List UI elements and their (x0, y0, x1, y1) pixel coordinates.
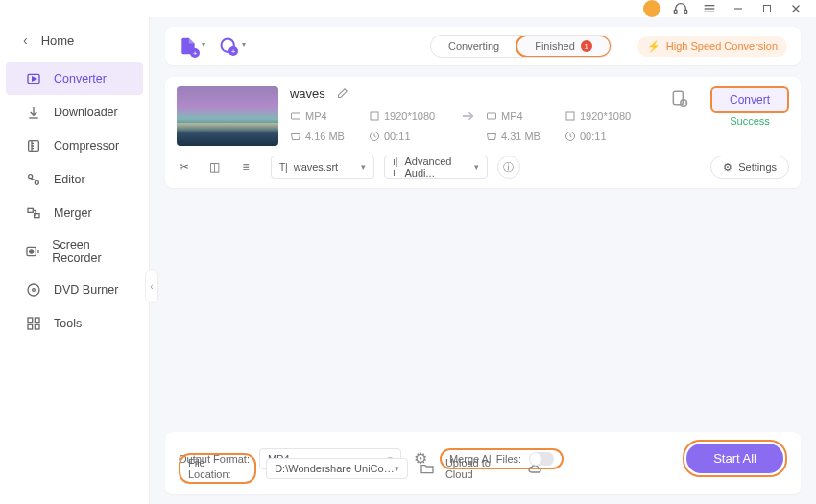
sidebar-item-label: DVD Burner (54, 283, 118, 297)
source-size: 4.16 MB (305, 131, 345, 142)
merger-icon (25, 204, 42, 222)
sidebar-item-tools[interactable]: Tools (6, 307, 143, 340)
svg-point-19 (33, 289, 36, 292)
file-location-dropdown[interactable]: D:\Wondershare UniConverter 1▾ (266, 458, 408, 479)
svg-point-17 (30, 250, 34, 253)
sidebar-item-label: Screen Recorder (52, 238, 133, 265)
svg-rect-14 (28, 208, 33, 212)
recorder-icon (25, 243, 40, 260)
sidebar-item-label: Merger (54, 206, 92, 220)
svg-rect-20 (28, 318, 33, 323)
sidebar-item-converter[interactable]: Converter (6, 62, 143, 95)
user-avatar-icon[interactable] (643, 0, 660, 17)
chevron-down-icon: ▾ (474, 162, 479, 172)
svg-rect-23 (35, 324, 39, 329)
menu-icon[interactable] (701, 0, 718, 17)
crop-icon[interactable]: ◫ (207, 160, 223, 174)
tab-converting[interactable]: Converting (431, 36, 516, 57)
upload-cloud-label: Upload to Cloud (445, 457, 516, 480)
sidebar: ‹ Home Converter Downloader Compressor E… (0, 17, 150, 504)
file-name: waves (290, 86, 325, 101)
bolt-icon: ⚡ (647, 40, 660, 53)
add-file-button[interactable]: +▾ (179, 36, 198, 56)
start-all-button[interactable]: Start All (686, 444, 783, 473)
dvd-icon (25, 281, 42, 299)
audio-dropdown[interactable]: ı|ı Advanced Audi... ▾ (384, 156, 488, 179)
sidebar-item-merger[interactable]: Merger (6, 197, 143, 229)
downloader-icon (25, 104, 42, 121)
top-toolbar: +▾ +▾ Converting Finished1 ⚡ High Speed … (165, 27, 801, 65)
sidebar-item-label: Tools (54, 317, 82, 330)
sidebar-item-label: Compressor (54, 139, 119, 153)
info-icon[interactable]: ⓘ (497, 156, 520, 179)
chevron-left-icon: ‹ (23, 33, 28, 48)
status-text: Success (730, 115, 770, 127)
finished-count-badge: 1 (581, 40, 592, 52)
file-card: waves MP4 1920*1080 ➔ MP4 1920*1080 4.16… (165, 77, 801, 188)
status-tabs: Converting Finished1 (430, 35, 612, 58)
source-duration: 00:11 (384, 131, 411, 142)
footer-bar: Output Format: MP4▾ ⚙ Merge All Files: S… (165, 432, 801, 494)
source-format: MP4 (305, 110, 327, 122)
sidebar-item-dvd[interactable]: DVD Burner (6, 274, 143, 306)
sidebar-item-label: Downloader (54, 106, 118, 119)
subtitle-dropdown[interactable]: T| waves.srt ▾ (271, 156, 374, 179)
home-link[interactable]: ‹ Home (0, 25, 149, 61)
file-location-label: File Location: (179, 453, 256, 484)
add-url-button[interactable]: +▾ (219, 36, 238, 56)
svg-rect-22 (28, 324, 33, 329)
sidebar-item-label: Converter (54, 72, 107, 85)
merge-toggle[interactable] (529, 452, 554, 466)
trim-icon[interactable]: ✂ (177, 160, 192, 174)
editor-icon (25, 171, 42, 188)
svg-rect-28 (566, 112, 574, 120)
convert-button[interactable]: Convert (710, 86, 789, 113)
chevron-down-icon: ▾ (361, 162, 366, 172)
chevron-down-icon: ▾ (242, 40, 246, 49)
list-icon[interactable]: ≡ (238, 160, 253, 174)
sidebar-collapse-handle[interactable]: ‹ (145, 269, 158, 303)
file-settings-button[interactable]: ⚙ Settings (710, 156, 789, 179)
svg-rect-25 (291, 113, 300, 119)
converter-icon (25, 70, 42, 87)
svg-rect-0 (674, 10, 677, 13)
svg-marker-10 (33, 77, 36, 81)
minimize-button[interactable] (730, 0, 747, 17)
sidebar-item-downloader[interactable]: Downloader (6, 96, 143, 129)
compressor-icon (25, 137, 42, 155)
maximize-button[interactable] (758, 0, 776, 17)
audio-icon: ı|ı (393, 156, 399, 178)
target-duration: 00:11 (580, 131, 607, 142)
svg-rect-26 (371, 112, 378, 120)
close-button[interactable] (787, 0, 804, 17)
svg-point-18 (28, 284, 39, 296)
chevron-down-icon: ▾ (202, 40, 205, 49)
sidebar-item-recorder[interactable]: Screen Recorder (6, 230, 143, 273)
svg-rect-1 (684, 10, 687, 13)
home-label: Home (41, 34, 75, 48)
svg-rect-21 (35, 318, 39, 323)
window-titlebar (0, 0, 816, 17)
edit-name-icon[interactable] (335, 87, 348, 101)
output-settings-icon[interactable] (668, 86, 691, 109)
main-panel: +▾ +▾ Converting Finished1 ⚡ High Speed … (150, 17, 816, 504)
start-all-highlight: Start All (683, 440, 787, 477)
svg-point-13 (35, 180, 38, 184)
video-thumbnail[interactable] (177, 86, 278, 146)
target-format: MP4 (501, 110, 523, 122)
sidebar-item-compressor[interactable]: Compressor (6, 130, 143, 162)
high-speed-toggle[interactable]: ⚡ High Speed Conversion (637, 36, 787, 57)
headset-icon[interactable] (672, 0, 689, 17)
svg-point-12 (29, 175, 33, 179)
sidebar-item-label: Editor (54, 173, 85, 186)
chevron-down-icon: ▾ (395, 464, 399, 473)
open-folder-icon[interactable] (418, 459, 436, 478)
subtitle-icon: T| (279, 162, 288, 173)
target-resolution: 1920*1080 (580, 110, 631, 122)
target-size: 4.31 MB (501, 131, 540, 142)
svg-rect-6 (764, 6, 771, 12)
tab-finished[interactable]: Finished1 (516, 35, 612, 58)
source-resolution: 1920*1080 (384, 110, 435, 122)
arrow-right-icon: ➔ (455, 107, 482, 125)
sidebar-item-editor[interactable]: Editor (6, 163, 143, 196)
